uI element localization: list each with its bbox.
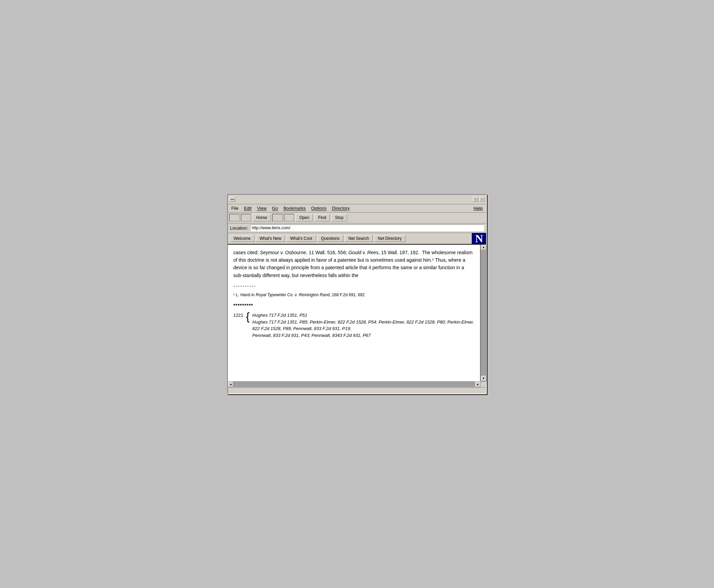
case-section: 1221 { Hughes 717 F.2d 1351, P51 Hughes … xyxy=(233,312,475,339)
status-bar xyxy=(228,387,486,394)
home-button[interactable]: Home xyxy=(252,214,271,221)
toolbar: Home Open Find Stop xyxy=(228,213,486,223)
h-scroll-track[interactable] xyxy=(233,382,475,387)
menu-item-directory[interactable]: Directory xyxy=(330,205,352,211)
menu-items: File Edit View Go Bookmarks Options Dire… xyxy=(229,205,352,211)
menu-item-edit[interactable]: Edit xyxy=(242,205,253,211)
cite-gould: Gould v. Rees xyxy=(348,250,379,255)
citation-2: Pennwalt, 833 F.2d 931, P43; Pennwalt, 8… xyxy=(252,333,371,338)
citation-1: Hughes 717 F.2d 1351, P85; Perkin-Elmer,… xyxy=(252,319,474,331)
text-cases-cited: cases cited; xyxy=(233,250,260,255)
minimize-button[interactable]: — xyxy=(229,197,235,202)
text-wall1: , 11 Wall. 516, 556; xyxy=(306,250,348,255)
restore-button[interactable]: □ xyxy=(473,197,478,202)
footnote: ¹ L. Hand in Royal Typewriter Co. v. Rem… xyxy=(233,292,475,298)
menu-item-options[interactable]: Options xyxy=(309,205,329,211)
case-brace-icon: { xyxy=(246,311,250,339)
forward-button[interactable] xyxy=(241,214,251,221)
images-button[interactable] xyxy=(284,214,294,221)
scroll-left-button[interactable]: ◄ xyxy=(228,382,233,387)
tab-questions[interactable]: Questions xyxy=(317,235,343,242)
content-area-wrapper: cases cited; Seymour v. Osbourne, 11 Wal… xyxy=(228,245,486,381)
citation-0: Hughes 717 F.2d 1351, P51 xyxy=(252,313,307,318)
menu-item-go[interactable]: Go xyxy=(270,205,280,211)
reload-button[interactable] xyxy=(272,214,283,221)
maximize-button[interactable]: □ xyxy=(479,197,485,202)
horizontal-scrollbar: ◄ ► xyxy=(228,381,486,387)
title-bar-left: — xyxy=(229,197,235,202)
scroll-track[interactable] xyxy=(481,250,486,376)
browser-window: — □ □ File Edit View Go Bookmarks Option… xyxy=(227,194,487,394)
menu-item-help[interactable]: Help xyxy=(471,205,485,211)
menu-bar: File Edit View Go Bookmarks Options Dire… xyxy=(228,204,486,213)
menu-item-view[interactable]: View xyxy=(255,205,269,211)
tab-net-directory[interactable]: Net Directory xyxy=(374,235,406,242)
cite-seymour: Seymour v. Osbourne xyxy=(260,250,306,255)
tab-whats-cool[interactable]: What's Cool xyxy=(286,235,316,242)
vertical-scrollbar: ▲ ▼ xyxy=(481,245,486,381)
menu-item-bookmarks[interactable]: Bookmarks xyxy=(282,205,308,211)
scroll-up-button[interactable]: ▲ xyxy=(481,245,486,250)
stars-divider: ********* xyxy=(233,302,475,309)
back-button[interactable] xyxy=(229,214,239,221)
stop-button[interactable]: Stop xyxy=(331,214,347,221)
footnote-case: Royal Typewriter Co. v. Remington Rand xyxy=(256,292,329,297)
scroll-right-button[interactable]: ► xyxy=(475,382,481,387)
find-button[interactable]: Find xyxy=(314,214,330,221)
nav-tabs-row: Welcome What's New What's Cool Questions… xyxy=(228,233,486,245)
main-paragraph: cases cited; Seymour v. Osbourne, 11 Wal… xyxy=(233,249,475,279)
location-bar: Location: xyxy=(228,223,486,233)
location-input[interactable] xyxy=(250,224,484,231)
menu-item-file[interactable]: File xyxy=(229,205,241,211)
footnote-divider: ---------- xyxy=(233,283,475,290)
content-area: cases cited; Seymour v. Osbourne, 11 Wal… xyxy=(228,245,481,381)
tab-welcome[interactable]: Welcome xyxy=(230,235,255,242)
nav-tabs: Welcome What's New What's Cool Questions… xyxy=(228,233,472,244)
footnote-suffix: , 168 F.2d 691, 692 xyxy=(330,292,365,297)
location-label: Location: xyxy=(230,225,248,231)
tab-whats-new[interactable]: What's New xyxy=(256,235,285,242)
open-button[interactable]: Open xyxy=(296,214,313,221)
tab-net-search[interactable]: Net Search xyxy=(345,235,373,242)
netscape-logo: N xyxy=(472,233,486,244)
case-number: 1221 xyxy=(233,312,243,339)
case-citations: Hughes 717 F.2d 1351, P51 Hughes 717 F.2… xyxy=(252,312,475,339)
scroll-down-button[interactable]: ▼ xyxy=(481,376,486,381)
title-bar: — □ □ xyxy=(228,195,486,204)
netscape-n-letter: N xyxy=(475,233,483,244)
title-bar-right: □ □ xyxy=(473,197,485,202)
footnote-prefix: ¹ L. Hand in xyxy=(233,292,256,297)
